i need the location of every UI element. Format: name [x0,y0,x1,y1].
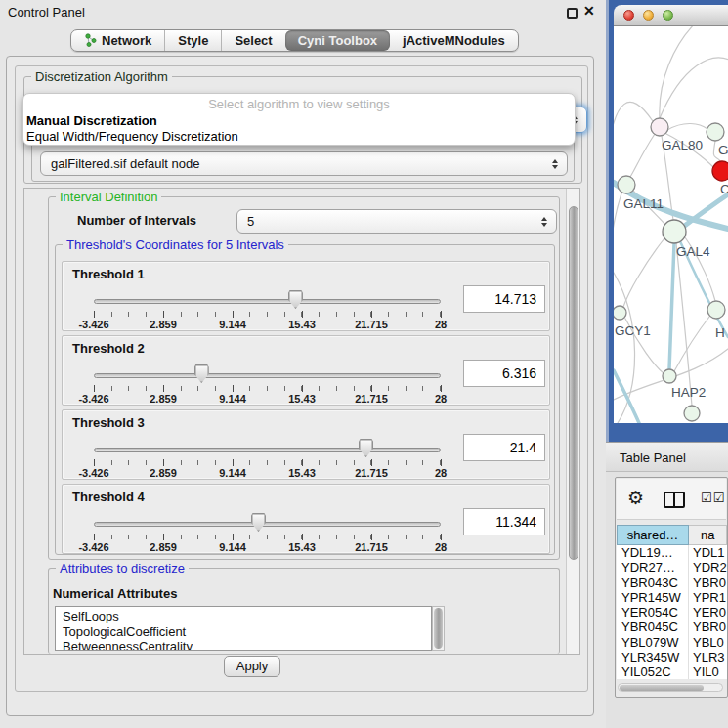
slider-scale-label: 21.715 [355,319,388,330]
table-cell[interactable]: YBL079W [617,635,689,650]
slider-track[interactable] [94,522,441,527]
network-node-label: H [715,325,725,340]
table-cell[interactable]: YDL19… [617,545,689,560]
slider-scale-label: -3.426 [78,319,108,330]
table-cell[interactable]: YIL052C [617,664,689,679]
network-window-titlebar[interactable] [614,5,728,26]
algorithm-popup-prompt: Select algorithm to view settings [23,97,575,113]
table-cell[interactable]: YPR145W [617,590,689,605]
slider-track[interactable] [94,448,441,452]
table-cell[interactable]: YBR045C [617,620,689,634]
table-cell[interactable]: YLR345W [617,650,689,664]
checkbox-icons[interactable]: ☑☑ [701,491,725,505]
slider-scale-label: 15.43 [288,541,316,553]
table-cell[interactable]: YBR043C [617,576,689,590]
table-row[interactable]: YBR043CYBR0 [617,576,727,590]
threshold-2-value-field[interactable]: 6.316 [463,360,545,387]
table-cell[interactable]: YDR27… [617,560,689,575]
tab-style-label: Style [178,33,208,48]
network-node[interactable] [663,369,676,383]
apply-button[interactable]: Apply [224,656,280,677]
table-row[interactable]: YPR145WYPR1 [617,590,727,605]
table-cell[interactable]: YBL0 [689,635,727,650]
table-cell[interactable]: YER054C [617,605,689,620]
threshold-4-value-field[interactable]: 11.344 [463,508,545,535]
network-canvas[interactable]: GAL80GCGAL11GAL4GCY1HHAP2 [614,26,728,423]
scrollbar-thumb[interactable] [434,608,443,649]
threshold-2-slider: -3.4262.8599.14415.4321.71528 [94,362,441,405]
network-node[interactable] [663,220,686,243]
network-node[interactable] [712,161,728,181]
number-of-intervals-combobox[interactable]: 5 [236,209,557,234]
network-node-label: HAP2 [671,385,706,400]
slider-handle[interactable] [288,290,303,309]
table-row[interactable]: YBL079WYBL0 [617,635,727,650]
table-cell[interactable]: YPR1 [689,590,727,605]
network-node[interactable] [651,118,668,136]
slider-track[interactable] [94,299,441,304]
slider-track[interactable] [94,373,441,378]
number-of-intervals-label: Number of Intervals [77,213,196,228]
table-cell[interactable]: YBR0 [689,620,727,634]
slider-ticks [94,386,441,391]
column-header-name[interactable]: na [689,525,727,545]
table-row[interactable]: YBR045CYBR0 [617,620,727,634]
threshold-3-value-field[interactable]: 21.4 [463,434,545,461]
scrollbar-thumb[interactable] [569,206,578,560]
minimize-traffic-light-icon[interactable] [643,10,654,21]
close-icon[interactable]: ✕ [583,3,595,19]
network-node[interactable] [684,406,700,421]
table-cell[interactable]: YER0 [689,605,727,620]
zoom-traffic-light-icon[interactable] [663,10,673,21]
tab-jactivemnodules[interactable]: jActiveMNodules [390,30,518,51]
slider-scale-label: 28 [435,467,447,479]
network-node[interactable] [614,306,626,320]
attribute-list-item[interactable]: TopologicalCoefficient [63,624,431,640]
slider-scale-label: 28 [435,393,447,405]
attributes-group-title: Attributes to discretize [56,561,189,576]
table-row[interactable]: YLR345WYLR3 [617,650,727,664]
algorithm-option-equal-width[interactable]: Equal Width/Frequency Discretization [23,129,575,145]
table-panel-titlebar[interactable]: Table Panel [606,442,728,472]
attributes-scrollbar[interactable] [432,606,445,651]
slider-handle[interactable] [359,439,373,457]
close-traffic-light-icon[interactable] [623,10,634,21]
table-row[interactable]: YIL052CYIL0 [617,664,727,679]
slider-scale-label: 28 [435,541,447,553]
threshold-coordinates-title: Threshold's Coordinates for 5 Intervals [63,237,288,252]
tab-cyni-toolbox[interactable]: Cyni Toolbox [285,30,390,51]
columns-icon[interactable] [664,492,685,508]
network-node[interactable] [707,301,725,319]
tab-network[interactable]: Network [71,30,164,51]
table-row[interactable]: YER054CYER0 [617,605,727,620]
table-row[interactable]: YDR27…YDR2 [617,560,727,575]
table-row[interactable]: YDL19…YDL1 [617,545,727,560]
numerical-attributes-list[interactable]: SelfLoopsTopologicalCoefficientBetweenne… [55,606,432,651]
cyni-toolbox-panel: Discretization Algorithm Select algorith… [6,56,594,716]
float-window-icon[interactable] [567,8,578,19]
settings-scrollbar[interactable] [566,189,579,654]
table-panel-region: Table Panel ⚙ ☑☑ shared… na YDL19…YDL1YD… [606,442,728,728]
network-node[interactable] [618,176,635,193]
table-data-combobox[interactable]: galFiltered.sif default node [40,151,568,176]
threshold-1-value-field[interactable]: 14.713 [463,285,545,313]
table-cell[interactable]: YLR3 [689,650,727,664]
gear-icon[interactable]: ⚙ [627,487,644,509]
table-cell[interactable]: YDL1 [689,545,727,560]
table-cell[interactable]: YBR0 [689,576,727,590]
tab-select[interactable]: Select [221,30,284,51]
slider-scale-label: 2.859 [150,467,177,479]
slider-handle[interactable] [251,513,266,532]
column-header-shared-name[interactable]: shared… [617,525,689,545]
tab-style[interactable]: Style [164,30,221,51]
scrollbar-thumb[interactable] [620,685,704,692]
algorithm-option-manual[interactable]: Manual Discretization [23,113,575,129]
network-node[interactable] [707,123,724,141]
table-horizontal-scrollbar[interactable] [618,683,723,692]
attribute-list-item[interactable]: SelfLoops [63,609,431,624]
table-cell[interactable]: YIL0 [689,664,727,679]
table-cell[interactable]: YDR2 [689,560,727,575]
attribute-list-item[interactable]: BetweennessCentrality [63,639,431,651]
slider-handle[interactable] [194,364,209,383]
table-body[interactable]: YDL19…YDL1YDR27…YDR2YBR043CYBR0YPR145WYP… [617,545,727,679]
